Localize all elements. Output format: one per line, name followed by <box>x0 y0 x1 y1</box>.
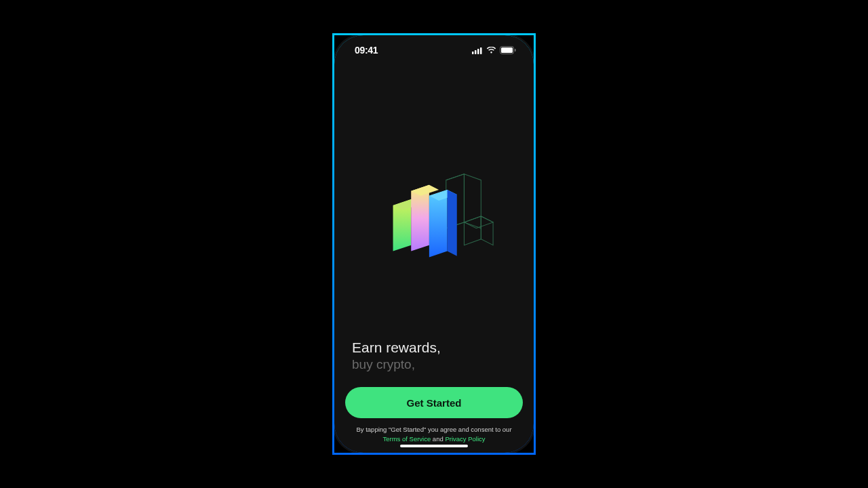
svg-rect-6 <box>515 49 515 52</box>
cellular-signal-icon <box>472 47 483 54</box>
wifi-icon <box>486 47 496 54</box>
svg-marker-13 <box>448 190 457 256</box>
home-indicator[interactable] <box>400 445 468 447</box>
power-button <box>535 150 536 194</box>
privacy-policy-link[interactable]: Privacy Policy <box>445 435 485 443</box>
phone-device-frame: 09:41 <box>332 33 536 455</box>
phone-screen: 09:41 <box>334 35 534 453</box>
legal-and: and <box>431 435 445 443</box>
status-bar: 09:41 <box>334 35 534 65</box>
status-time: 09:41 <box>355 45 378 56</box>
battery-icon <box>500 46 516 54</box>
onboarding-content: Earn rewards, buy crypto, Get Started By… <box>334 65 534 453</box>
mute-switch <box>332 110 333 127</box>
get-started-button[interactable]: Get Started <box>345 387 523 418</box>
volume-up-button <box>332 137 333 165</box>
hero-illustration <box>345 65 523 340</box>
svg-rect-1 <box>475 50 477 54</box>
tagline-line-2: buy crypto, <box>352 357 516 372</box>
svg-rect-2 <box>477 49 479 54</box>
tagline-line-1: Earn rewards, <box>352 340 516 356</box>
svg-rect-5 <box>501 47 513 53</box>
legal-consent-text: By tapping "Get Started" you agree and c… <box>345 425 523 443</box>
legal-prefix: By tapping "Get Started" you agree and c… <box>356 426 511 433</box>
tagline: Earn rewards, buy crypto, <box>345 340 523 387</box>
volume-down-button <box>332 171 333 199</box>
terms-of-service-link[interactable]: Terms of Service <box>382 435 431 443</box>
svg-rect-3 <box>480 47 482 54</box>
status-indicators <box>472 46 516 54</box>
bars-3d-logo-icon <box>373 162 495 270</box>
svg-rect-0 <box>472 52 474 54</box>
